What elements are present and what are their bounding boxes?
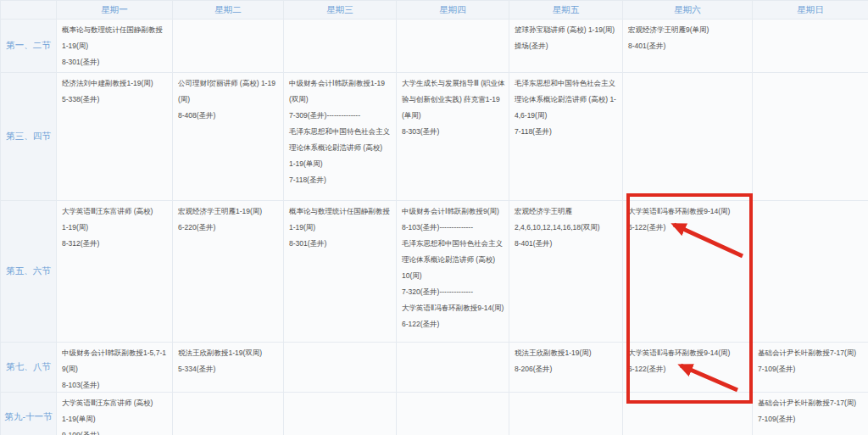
period-label-9-11: 第九-十一节 [1, 393, 57, 435]
cell-p12-saturday: 宏观经济学王明雁9(单周)8-401(圣井) [623, 20, 753, 73]
period-label-3-4: 第三、四节 [1, 73, 57, 201]
cell-p78-wednesday [284, 343, 397, 393]
cell-p12-sunday [753, 20, 868, 73]
day-header-friday: 星期五 [509, 1, 623, 20]
cell-p911-monday: 大学英语Ⅲ汪东富讲师 (高校)1-19(单周)9-109(圣井) [57, 393, 173, 435]
cell-p78-monday: 中级财务会计Ⅰ韩跃副教授1-5,7-19(周)8-103(圣井) [57, 343, 173, 393]
day-header-sunday: 星期日 [753, 1, 868, 20]
cell-p12-thursday [397, 20, 509, 73]
cell-p34-saturday [623, 73, 753, 201]
cell-p56-saturday: 大学英语Ⅱ冯春环副教授9-14(周)6-122(圣井) [623, 201, 753, 343]
day-header-saturday: 星期六 [623, 1, 753, 20]
cell-p34-sunday [753, 73, 868, 201]
cell-p78-saturday: 大学英语Ⅱ冯春环副教授9-14(周)6-122(圣井) [623, 343, 753, 393]
cell-p911-friday [509, 393, 623, 435]
day-header-tuesday: 星期二 [173, 1, 284, 20]
cell-p56-friday: 宏观经济学王明雁2,4,6,10,12,14,16,18(双周)8-401(圣井… [509, 201, 623, 343]
cell-p34-wednesday: 中级财务会计Ⅰ韩跃副教授1-19(双周)7-309(圣井)-----------… [284, 73, 397, 201]
cell-p911-wednesday [284, 393, 397, 435]
cell-p12-wednesday [284, 20, 397, 73]
cell-p12-tuesday [173, 20, 284, 73]
cell-p56-thursday: 中级财务会计Ⅰ韩跃副教授9(周)8-103(圣井)--------------毛… [397, 201, 509, 343]
cell-p911-thursday [397, 393, 509, 435]
class-schedule-table: 星期一 星期二 星期三 星期四 星期五 星期六 星期日 第一、二节 概率论与数理… [1, 1, 868, 435]
cell-p34-thursday: 大学生成长与发展指导Ⅲ (职业体验与创新创业实践) 薛克雷1-19(单周)8-3… [397, 73, 509, 201]
period-label-5-6: 第五、六节 [1, 201, 57, 343]
cell-p56-tuesday: 宏观经济学王明雁1-19(周)6-220(圣井) [173, 201, 284, 343]
cell-p78-friday: 税法王欣副教授1-19(周)8-206(圣井) [509, 343, 623, 393]
period-label-7-8: 第七、八节 [1, 343, 57, 393]
cell-p911-saturday [623, 393, 753, 435]
cell-p12-friday: 篮球孙宝聪讲师 (高校) 1-19(周)操场(圣井) [509, 20, 623, 73]
cell-p34-monday: 经济法刘中建副教授1-19(周)5-338(圣井) [57, 73, 173, 201]
cell-p34-tuesday: 公司理财Ⅰ贺丽讲师 (高校) 1-19(周)8-408(圣井) [173, 73, 284, 201]
day-header-thursday: 星期四 [397, 1, 509, 20]
cell-p78-thursday [397, 343, 509, 393]
day-header-monday: 星期一 [57, 1, 173, 20]
corner-cell [1, 1, 57, 20]
day-header-wednesday: 星期三 [284, 1, 397, 20]
cell-p78-sunday: 基础会计尹长叶副教授7-17(周)7-109(圣井) [753, 343, 868, 393]
cell-p78-tuesday: 税法王欣副教授1-19(双周)5-334(圣井) [173, 343, 284, 393]
cell-p911-tuesday [173, 393, 284, 435]
cell-p34-friday: 毛泽东思想和中国特色社会主义理论体系概论尉浩讲师 (高校) 1-4,6-19(周… [509, 73, 623, 201]
cell-p56-sunday [753, 201, 868, 343]
cell-p12-monday: 概率论与数理统计任国静副教授1-19(周)8-301(圣井) [57, 20, 173, 73]
cell-p56-monday: 大学英语Ⅲ汪东富讲师 (高校)1-19(周)8-312(圣井) [57, 201, 173, 343]
cell-p911-sunday: 基础会计尹长叶副教授7-17(周)7-109(圣井) [753, 393, 868, 435]
period-label-1-2: 第一、二节 [1, 20, 57, 73]
timetable-screenshot: 星期一 星期二 星期三 星期四 星期五 星期六 星期日 第一、二节 概率论与数理… [0, 0, 868, 435]
cell-p56-wednesday: 概率论与数理统计任国静副教授1-19(周)8-301(圣井) [284, 201, 397, 343]
